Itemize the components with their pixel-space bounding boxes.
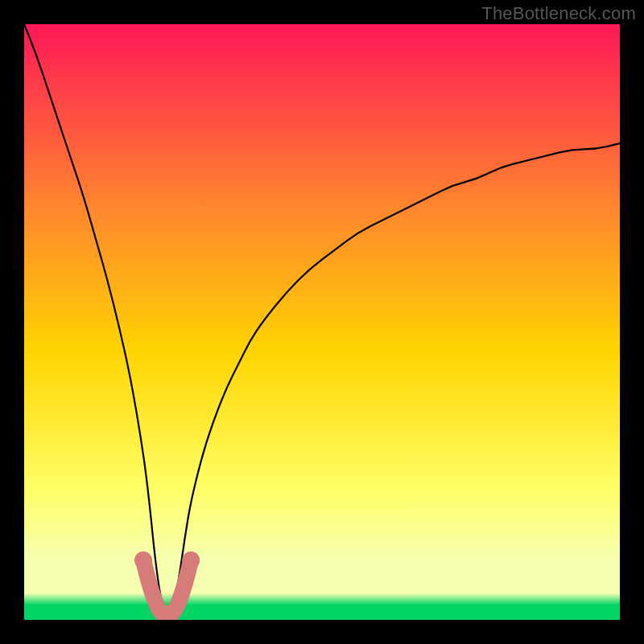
chart-svg <box>24 24 620 620</box>
watermark-text: TheBottleneck.com <box>481 3 636 24</box>
chart-frame: TheBottleneck.com <box>0 0 644 644</box>
plot-area <box>24 24 620 620</box>
optimal-region-endpoint <box>182 551 200 569</box>
optimal-region-endpoint <box>134 551 152 569</box>
gradient-background <box>24 24 620 620</box>
